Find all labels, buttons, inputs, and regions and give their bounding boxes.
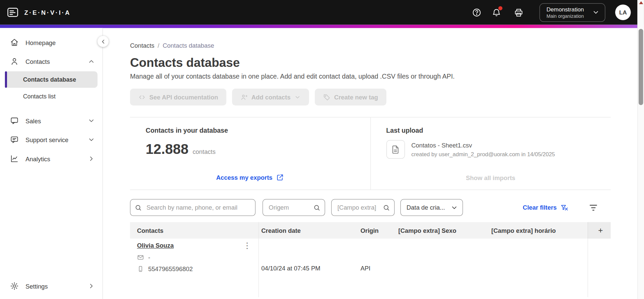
clear-filter-icon: [560, 203, 569, 212]
access-my-exports-link[interactable]: Access my exports: [216, 173, 284, 181]
row-kebab-menu[interactable]: ⋮: [241, 242, 253, 249]
sidebar-item-contacts-database[interactable]: Contacts database: [5, 71, 98, 88]
search-icon: [383, 204, 390, 211]
analytics-icon: [10, 154, 19, 163]
chevron-down-icon: [294, 94, 301, 100]
creation-date-cell: 04/10/24 at 07:45 PM: [258, 239, 358, 297]
breadcrumb: Contacts / Contacts database: [130, 42, 611, 49]
tag-icon: [323, 93, 330, 101]
brand-gradient-strip: [0, 25, 644, 28]
page-title: Contacts database: [130, 56, 611, 70]
contact-cell: Olivia Souza ⋮ -: [130, 239, 259, 297]
notifications-button[interactable]: [488, 4, 505, 20]
gear-icon: [10, 282, 19, 291]
zenvia-logo-icon: [6, 6, 20, 18]
contacts-panel-title: Contacts in your database: [146, 127, 355, 134]
chevron-down-icon: [592, 8, 599, 16]
avatar[interactable]: LA: [615, 4, 631, 20]
sidebar-item-label: Support service: [25, 136, 81, 143]
organization-subtitle: Main organization: [546, 13, 584, 18]
show-all-imports-link[interactable]: Show all imports: [466, 174, 515, 181]
support-chat-icon: [10, 135, 19, 144]
page-actions: See API documentation Add contacts: [130, 89, 611, 105]
upload-filename: Contatos - Sheet1.csv: [411, 141, 555, 148]
sidebar: Homepage Contacts Contacts database Cont…: [0, 28, 103, 299]
contact-name-link[interactable]: Olivia Souza: [137, 242, 174, 249]
chevron-left-icon: [100, 38, 106, 45]
search-input[interactable]: [130, 199, 256, 216]
column-header-campo-sexo: [Campo extra] Sexo: [396, 227, 489, 234]
campo-horario-cell: [489, 239, 587, 297]
export-icon: [276, 173, 284, 181]
notification-badge: [498, 6, 502, 10]
chevron-up-icon: [88, 58, 95, 65]
contacts-count-panel: Contacts in your database 12.888 contact…: [130, 118, 371, 190]
add-column-button[interactable]: +: [588, 222, 611, 239]
page-subtitle: Manage all of your contacts database in …: [130, 73, 611, 80]
sidebar-item-sales[interactable]: Sales: [0, 111, 102, 130]
sidebar-item-support-service[interactable]: Support service: [0, 130, 102, 149]
filter-list-button[interactable]: [588, 203, 598, 212]
organization-switcher[interactable]: Demonstration Main organization: [539, 3, 605, 22]
column-header-campo-horario: [Campo extra] horário: [489, 227, 587, 234]
sidebar-item-label: Analytics: [25, 155, 81, 162]
sidebar-item-label: Settings: [25, 283, 81, 290]
chevron-down-icon: [88, 136, 95, 143]
create-new-tag-button[interactable]: Create new tag: [315, 89, 386, 105]
sidebar-item-label: Homepage: [25, 39, 95, 46]
add-contacts-label: Add contacts: [252, 93, 291, 100]
api-icon: [138, 93, 146, 101]
add-contacts-button[interactable]: Add contacts: [232, 89, 309, 105]
organization-name: Demonstration: [546, 6, 584, 13]
contact-email: -: [148, 254, 150, 261]
origem-field: [263, 199, 325, 216]
see-api-documentation-button[interactable]: See API documentation: [130, 89, 226, 105]
sidebar-item-label: Contacts: [25, 58, 81, 65]
scrollbar-up-arrow[interactable]: [639, 1, 643, 4]
mail-icon: [137, 254, 144, 261]
filter-list-icon: [588, 203, 598, 212]
sidebar-collapse-button[interactable]: [98, 36, 109, 47]
breadcrumb-contacts[interactable]: Contacts: [130, 42, 155, 49]
home-icon: [10, 38, 19, 47]
app-window: Z·E·N·V·I·A: [0, 0, 644, 299]
chat-icon: [10, 116, 19, 125]
show-all-imports-label: Show all imports: [466, 174, 515, 181]
column-header-creation-date: Creation date: [258, 222, 358, 239]
see-api-documentation-label: See API documentation: [149, 93, 218, 100]
add-column-body-cell: [588, 239, 611, 297]
sidebar-item-contacts-list[interactable]: Contacts list: [5, 88, 98, 105]
creation-date-filter[interactable]: Data de cria...: [400, 199, 463, 216]
person-icon: [10, 57, 19, 66]
search-icon: [135, 204, 142, 211]
last-upload-title: Last upload: [386, 127, 595, 134]
sidebar-item-contacts[interactable]: Contacts: [0, 52, 102, 71]
help-button[interactable]: [469, 4, 485, 20]
campo-sexo-cell: [396, 239, 489, 297]
create-new-tag-label: Create new tag: [334, 93, 378, 100]
clear-filters-label: Clear filters: [523, 204, 557, 211]
top-bar: Z·E·N·V·I·A: [0, 0, 644, 25]
contacts-table: Contacts Creation date Origin [Campo ext…: [130, 222, 611, 297]
scrollbar-thumb[interactable]: [639, 29, 643, 105]
contact-phone: 5547965596802: [148, 265, 193, 272]
sidebar-item-analytics[interactable]: Analytics: [0, 149, 102, 168]
phone-icon: [137, 265, 144, 272]
printer-icon: [514, 8, 524, 17]
sidebar-item-homepage[interactable]: Homepage: [0, 33, 102, 52]
sidebar-item-settings[interactable]: Settings: [0, 276, 102, 295]
last-upload-panel: Last upload Contatos - Sheet1.csv create…: [371, 118, 611, 190]
person-plus-icon: [240, 93, 248, 101]
search-icon: [313, 204, 321, 211]
breadcrumb-separator: /: [158, 42, 159, 49]
chevron-down-icon: [450, 204, 458, 211]
sidebar-item-label: Contacts list: [23, 93, 56, 100]
zenvia-logo[interactable]: Z·E·N·V·I·A: [6, 6, 71, 18]
clear-filters-button[interactable]: Clear filters: [523, 203, 569, 212]
main-content: Contacts / Contacts database Contacts da…: [103, 28, 644, 299]
table-row: Olivia Souza ⋮ -: [130, 239, 611, 297]
fax-button[interactable]: [511, 4, 527, 20]
page-scrollbar[interactable]: [637, 0, 644, 299]
column-header-contacts: Contacts: [130, 227, 259, 234]
help-icon: [472, 8, 482, 17]
